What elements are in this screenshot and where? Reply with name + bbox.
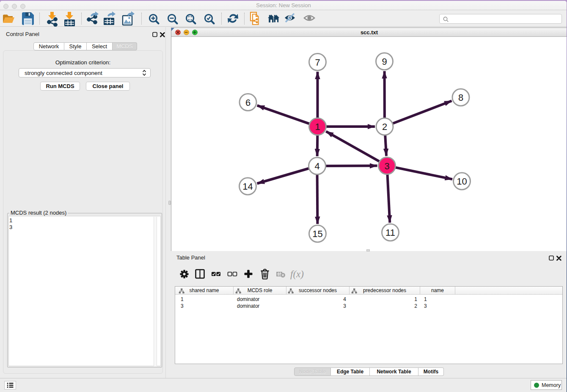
svg-text:3: 3 [384,161,389,171]
svg-text:1: 1 [315,121,320,132]
svg-text:6: 6 [245,97,250,108]
svg-text:2: 2 [382,121,387,132]
svg-text:11: 11 [385,227,395,238]
svg-text:f(x): f(x) [290,269,304,279]
svg-text:9: 9 [382,56,387,67]
svg-text:4: 4 [314,161,319,171]
svg-text:14: 14 [242,181,253,192]
svg-text:7: 7 [315,57,320,68]
svg-text:15: 15 [312,229,322,239]
svg-text:10: 10 [457,176,467,187]
svg-text:8: 8 [458,92,463,103]
